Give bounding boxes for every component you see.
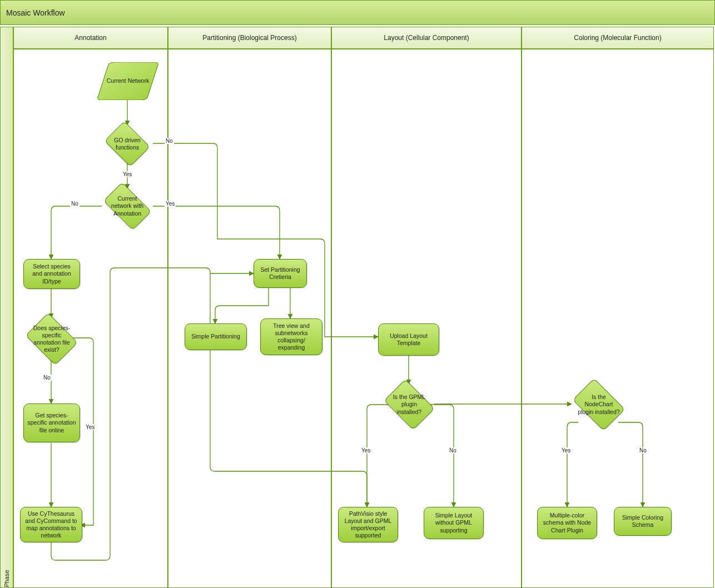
node-select-species: Select species and annotation ID/type [23, 259, 80, 289]
node-set-partitioning-criteria: Set Partitioning Cretieria [254, 259, 307, 288]
edge-label-go-yes: Yes [122, 171, 133, 177]
phase-column: Phase [0, 27, 13, 588]
node-simple-layout: Simple Layout without GPML supporting [424, 507, 484, 539]
diagram-title: Mosaic Workflow [6, 8, 65, 17]
node-simple-coloring-schema: Simple Coloring Schema [614, 507, 672, 536]
node-get-species-file: Get species-specific annotation file onl… [23, 403, 80, 442]
edge-label-go-no: No [165, 138, 174, 144]
edge-label-nodechart-yes: Yes [560, 447, 572, 454]
diagram-canvas: Mosaic Workflow Phase AnnotationPartitio… [0, 0, 715, 588]
lane-header-coloring: Coloring (Molecular Function) [522, 27, 714, 49]
diagram-title-bar: Mosaic Workflow [0, 0, 715, 25]
edge-label-annot-yes: Yes [165, 201, 176, 207]
node-nodechart-plugin-installed: Is the NodeChart plugin installed? [568, 383, 629, 426]
edge-label-nodechart-no: No [638, 447, 648, 454]
edge-label-species-no: No [42, 375, 52, 381]
node-simple-partitioning: Simple Partitioning [185, 323, 247, 350]
phase-label-text: Phase [3, 570, 10, 587]
node-current-network: Current Network [97, 62, 158, 100]
lane-header-annotation: Annotation [13, 27, 168, 49]
node-use-cythesaurus: Use CyThesaurus and CyCommand to map ann… [20, 507, 82, 542]
node-go-driven-functions: GO driven functions [102, 124, 153, 163]
node-species-file-exist: Does species-specific annotation file ex… [22, 317, 81, 361]
edge-label-gpml-no: No [448, 447, 458, 454]
edge-label-gpml-yes: Yes [360, 447, 371, 454]
node-gpml-plugin-installed: Is the GPML plugin installed? [380, 383, 438, 426]
lane-header-layout: Layout (Cellular Component) [331, 27, 522, 49]
node-pathvisio-layout: PathVisio style Layout and GPML import/e… [338, 507, 398, 542]
node-tree-view: Tree view and subnetworks collapsing/ ex… [260, 318, 322, 355]
edge-label-species-yes: Yes [85, 424, 96, 430]
node-multicolor-schema: Multiple-color schema with Node Chart Pl… [537, 507, 597, 539]
edge-label-annot-no: No [70, 201, 80, 207]
node-upload-layout-template: Upload Layout Template [378, 323, 439, 356]
node-current-network-with-annotation: Current network with Annotation [98, 188, 156, 225]
lane-header-partitioning: Partitioning (Biological Process) [168, 27, 331, 49]
